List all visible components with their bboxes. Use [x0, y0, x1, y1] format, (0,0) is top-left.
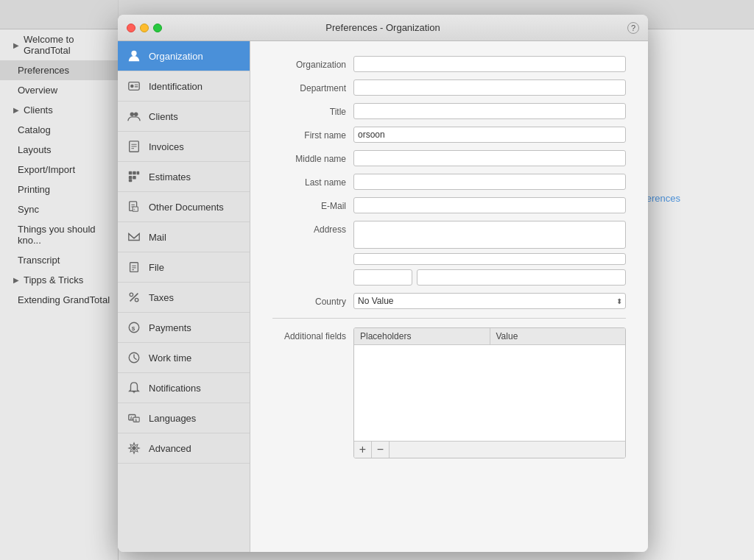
arrow-icon: ▶ — [13, 106, 19, 114]
sidebar-bg-sync[interactable]: Sync — [0, 199, 118, 219]
advanced-icon — [127, 441, 141, 456]
zip-input[interactable] — [353, 269, 412, 286]
sidebar-item-clients[interactable]: Clients — [118, 102, 250, 132]
sidebar-item-organization[interactable]: Organization — [118, 41, 250, 71]
address-line2-input[interactable] — [353, 253, 626, 265]
last-name-label: Last name — [272, 174, 353, 188]
svg-rect-12 — [133, 171, 136, 175]
svg-text:A: A — [130, 416, 133, 420]
sidebar-label-organization: Organization — [149, 51, 203, 62]
close-button[interactable] — [127, 24, 135, 32]
sidebar-label-languages: Languages — [149, 413, 196, 424]
placeholders-column-header: Placeholders — [354, 328, 490, 344]
sidebar-bg-transcript[interactable]: Transcript — [0, 250, 118, 270]
middle-name-row: Middle name — [272, 150, 626, 166]
identification-icon — [127, 79, 141, 93]
title-row: Title — [272, 103, 626, 119]
sidebar-bg-clients[interactable]: ▶ Clients — [0, 100, 118, 120]
sidebar-item-other-documents[interactable]: + Other Documents — [118, 192, 250, 222]
mail-icon — [127, 230, 141, 244]
sidebar-item-mail[interactable]: Mail — [118, 222, 250, 252]
add-field-button[interactable]: + — [354, 442, 372, 458]
country-select[interactable]: No Value — [353, 293, 626, 309]
svg-point-5 — [130, 113, 134, 116]
svg-rect-14 — [129, 176, 133, 180]
sidebar-item-payments[interactable]: $ Payments — [118, 313, 250, 343]
last-name-input[interactable] — [353, 174, 626, 190]
sidebar-item-invoices[interactable]: Invoices — [118, 132, 250, 162]
sidebar-item-file[interactable]: File — [118, 252, 250, 283]
svg-rect-15 — [133, 176, 136, 180]
sidebar-label-estimates: Estimates — [149, 171, 191, 182]
address-label: Address — [272, 221, 353, 235]
languages-icon: A A — [127, 411, 141, 425]
table-controls: + − — [354, 441, 625, 458]
sidebar-item-languages[interactable]: A A Languages — [118, 403, 250, 433]
app-sidebar: ▶ Welcome to GrandTotal Preferences Over… — [0, 0, 119, 560]
sidebar-label-clients: Clients — [149, 111, 178, 122]
sidebar-label-other-documents: Other Documents — [149, 202, 224, 213]
country-label: Country — [272, 293, 353, 307]
sidebar-item-taxes[interactable]: Taxes — [118, 283, 250, 313]
sidebar-bg-tipps[interactable]: ▶ Tipps & Tricks — [0, 270, 118, 290]
organization-row: Organization — [272, 56, 626, 72]
additional-fields-table: Placeholders Value + − — [353, 327, 626, 458]
sidebar-bg-export[interactable]: Export/Import — [0, 160, 118, 180]
address-textarea[interactable] — [353, 221, 626, 249]
first-name-row: First name — [272, 127, 626, 143]
first-name-input[interactable] — [353, 127, 626, 143]
sidebar-bg-extending[interactable]: Extending GrandTotal — [0, 290, 118, 310]
table-header: Placeholders Value — [354, 328, 625, 345]
sidebar-label-notifications: Notifications — [149, 383, 201, 394]
sidebar-bg-layouts[interactable]: Layouts — [0, 140, 118, 160]
payments-icon: $ — [127, 320, 141, 335]
app-header — [0, 0, 118, 29]
country-select-wrapper: No Value ⬍ — [353, 293, 626, 309]
preferences-modal: Preferences - Organization ? Organizatio… — [118, 15, 648, 552]
sidebar-bg-things[interactable]: Things you should kno... — [0, 219, 118, 250]
value-column-header: Value — [490, 328, 626, 344]
sidebar-label-advanced: Advanced — [149, 443, 191, 454]
sidebar-item-work-time[interactable]: Work time — [118, 343, 250, 373]
svg-rect-11 — [129, 171, 133, 175]
modal-title: Preferences - Organization — [325, 22, 440, 33]
sidebar-bg-catalog[interactable]: Catalog — [0, 120, 118, 140]
sidebar-item-notifications[interactable]: Notifications — [118, 373, 250, 403]
middle-name-label: Middle name — [272, 150, 353, 164]
additional-fields-label: Additional fields — [272, 327, 353, 341]
form-divider — [272, 318, 626, 319]
sidebar-bg-printing[interactable]: Printing — [0, 180, 118, 199]
title-input[interactable] — [353, 103, 626, 119]
address-fields — [353, 221, 626, 286]
sidebar-label-payments: Payments — [149, 322, 191, 333]
file-icon — [127, 260, 141, 274]
sidebar-bg-overview[interactable]: Overview — [0, 80, 118, 100]
sidebar-label-identification: Identification — [149, 81, 202, 92]
sidebar-label-file: File — [149, 262, 164, 273]
sidebar-item-identification[interactable]: Identification — [118, 71, 250, 102]
additional-fields-body — [354, 345, 625, 441]
sidebar-bg-welcome[interactable]: ▶ Welcome to GrandTotal — [0, 29, 118, 60]
svg-text:$: $ — [132, 325, 135, 332]
svg-line-36 — [134, 358, 137, 360]
minimize-button[interactable] — [140, 24, 149, 32]
help-button[interactable]: ? — [627, 22, 639, 34]
city-input[interactable] — [417, 269, 626, 286]
organization-input[interactable] — [353, 56, 626, 72]
svg-line-23 — [129, 234, 134, 238]
svg-point-30 — [130, 293, 133, 297]
svg-rect-25 — [130, 263, 138, 272]
svg-point-43 — [132, 446, 135, 450]
middle-name-input[interactable] — [353, 150, 626, 166]
traffic-lights — [127, 24, 162, 32]
address-row: Address — [272, 221, 626, 286]
maximize-button[interactable] — [153, 24, 162, 32]
title-label: Title — [272, 103, 353, 117]
taxes-icon — [127, 290, 141, 305]
department-input[interactable] — [353, 79, 626, 96]
sidebar-bg-preferences[interactable]: Preferences — [0, 60, 118, 80]
sidebar-item-estimates[interactable]: Estimates — [118, 162, 250, 192]
remove-field-button[interactable]: − — [372, 442, 390, 458]
sidebar-item-advanced[interactable]: Advanced — [118, 433, 250, 464]
email-input[interactable] — [353, 197, 626, 213]
